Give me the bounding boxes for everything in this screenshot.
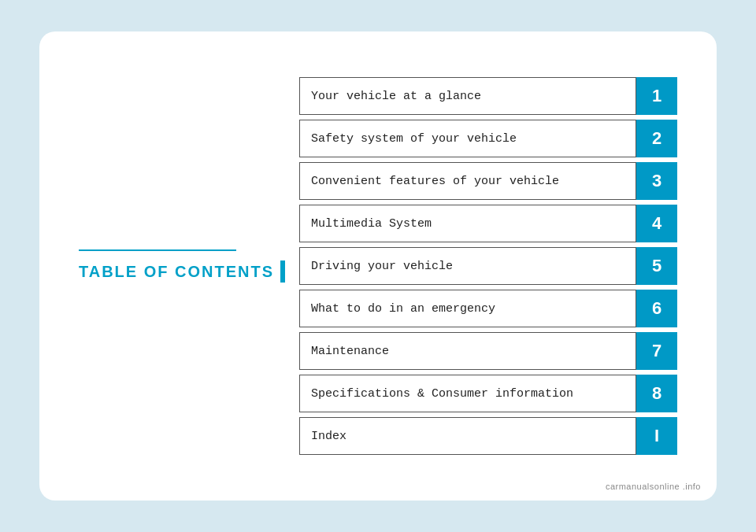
- left-section: TABLE OF CONTENTS: [79, 63, 299, 469]
- toc-row[interactable]: Specifications & Consumer information8: [299, 375, 677, 412]
- toc-item-label: Driving your vehicle: [299, 247, 636, 285]
- toc-item-number[interactable]: 8: [636, 375, 677, 412]
- toc-item-number[interactable]: 1: [636, 77, 677, 115]
- page-container: TABLE OF CONTENTS Your vehicle at a glan…: [0, 0, 756, 532]
- watermark: carmanualsonline .info: [606, 482, 701, 491]
- toc-item-label: Maintenance: [299, 332, 636, 370]
- toc-item-number[interactable]: I: [636, 417, 677, 455]
- toc-bar-decoration: [280, 260, 285, 283]
- toc-item-number[interactable]: 7: [636, 332, 677, 370]
- toc-item-number[interactable]: 4: [636, 205, 677, 242]
- toc-item-label: Convenient features of your vehicle: [299, 162, 636, 200]
- toc-item-number[interactable]: 6: [636, 290, 677, 327]
- toc-row[interactable]: IndexI: [299, 417, 677, 455]
- toc-item-number[interactable]: 3: [636, 162, 677, 200]
- toc-heading: TABLE OF CONTENTS: [79, 263, 274, 281]
- toc-row[interactable]: Driving your vehicle5: [299, 247, 677, 285]
- toc-item-label: Your vehicle at a glance: [299, 77, 636, 115]
- toc-label-group: TABLE OF CONTENTS: [79, 260, 299, 283]
- toc-row[interactable]: Your vehicle at a glance1: [299, 77, 677, 115]
- toc-row[interactable]: Maintenance7: [299, 332, 677, 370]
- toc-item-label: Safety system of your vehicle: [299, 120, 636, 157]
- main-card: TABLE OF CONTENTS Your vehicle at a glan…: [39, 31, 717, 501]
- toc-item-label: Multimedia System: [299, 205, 636, 242]
- toc-item-number[interactable]: 5: [636, 247, 677, 285]
- toc-row[interactable]: Safety system of your vehicle2: [299, 120, 677, 157]
- toc-row[interactable]: Multimedia System4: [299, 205, 677, 242]
- toc-item-label: Specifications & Consumer information: [299, 375, 636, 412]
- toc-row[interactable]: Convenient features of your vehicle3: [299, 162, 677, 200]
- toc-item-label: What to do in an emergency: [299, 290, 636, 327]
- toc-item-number[interactable]: 2: [636, 120, 677, 157]
- toc-line-decoration: [79, 249, 236, 251]
- toc-item-label: Index: [299, 417, 636, 455]
- toc-row[interactable]: What to do in an emergency6: [299, 290, 677, 327]
- toc-list: Your vehicle at a glance1Safety system o…: [299, 63, 677, 469]
